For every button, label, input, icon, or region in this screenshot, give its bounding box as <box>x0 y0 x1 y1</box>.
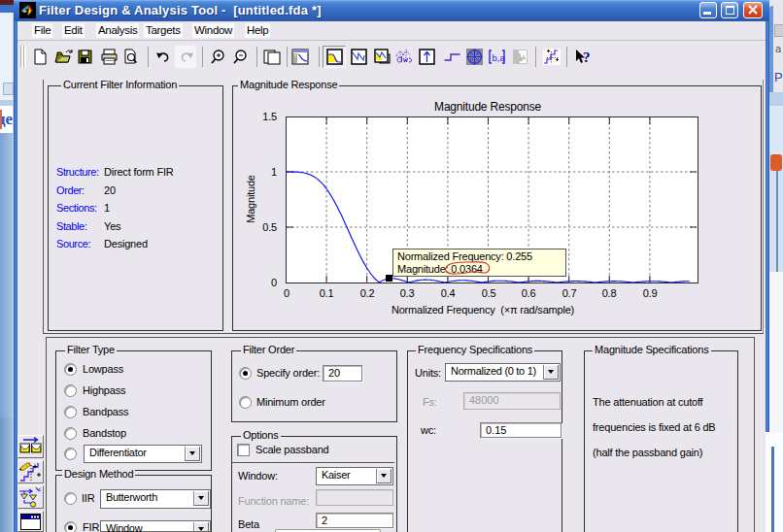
svg-text:b,a: b,a <box>493 52 506 63</box>
svg-text:?: ? <box>583 50 591 65</box>
